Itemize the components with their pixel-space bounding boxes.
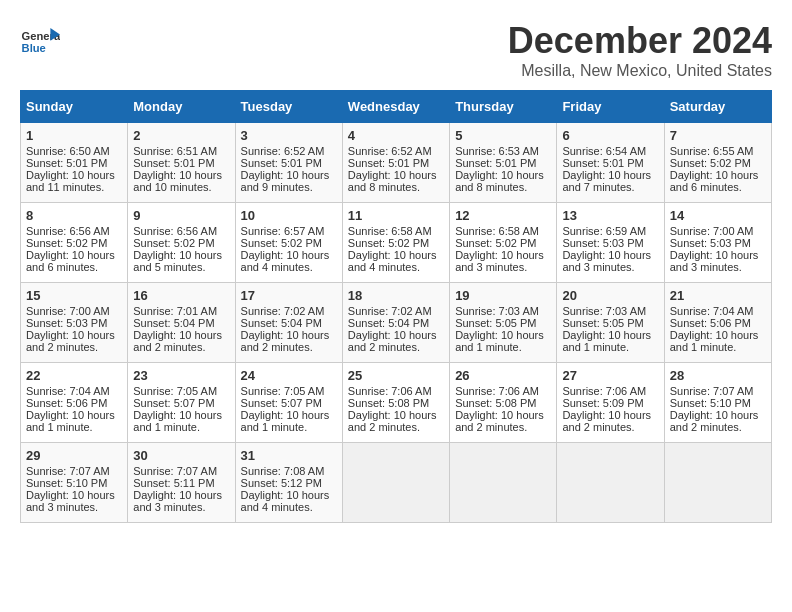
- sunrise-text: Sunrise: 7:05 AM: [241, 385, 337, 397]
- col-tuesday: Tuesday: [235, 91, 342, 123]
- sunrise-text: Sunrise: 7:00 AM: [26, 305, 122, 317]
- table-row: 15Sunrise: 7:00 AMSunset: 5:03 PMDayligh…: [21, 283, 128, 363]
- table-row: [664, 443, 771, 523]
- daylight-text: Daylight: 10 hours and 3 minutes.: [562, 249, 658, 273]
- daylight-text: Daylight: 10 hours and 11 minutes.: [26, 169, 122, 193]
- table-row: 27Sunrise: 7:06 AMSunset: 5:09 PMDayligh…: [557, 363, 664, 443]
- daylight-text: Daylight: 10 hours and 1 minute.: [562, 329, 658, 353]
- sunrise-text: Sunrise: 7:02 AM: [348, 305, 444, 317]
- day-number: 27: [562, 368, 658, 383]
- sunrise-text: Sunrise: 7:06 AM: [455, 385, 551, 397]
- sunrise-text: Sunrise: 7:08 AM: [241, 465, 337, 477]
- sunrise-text: Sunrise: 7:07 AM: [133, 465, 229, 477]
- day-number: 31: [241, 448, 337, 463]
- daylight-text: Daylight: 10 hours and 1 minute.: [241, 409, 337, 433]
- month-title: December 2024: [508, 20, 772, 62]
- daylight-text: Daylight: 10 hours and 10 minutes.: [133, 169, 229, 193]
- day-number: 6: [562, 128, 658, 143]
- daylight-text: Daylight: 10 hours and 4 minutes.: [241, 249, 337, 273]
- sunset-text: Sunset: 5:01 PM: [241, 157, 337, 169]
- col-wednesday: Wednesday: [342, 91, 449, 123]
- sunset-text: Sunset: 5:10 PM: [670, 397, 766, 409]
- daylight-text: Daylight: 10 hours and 2 minutes.: [241, 329, 337, 353]
- calendar-row: 22Sunrise: 7:04 AMSunset: 5:06 PMDayligh…: [21, 363, 772, 443]
- sunrise-text: Sunrise: 7:00 AM: [670, 225, 766, 237]
- daylight-text: Daylight: 10 hours and 2 minutes.: [455, 409, 551, 433]
- sunset-text: Sunset: 5:01 PM: [348, 157, 444, 169]
- table-row: 12Sunrise: 6:58 AMSunset: 5:02 PMDayligh…: [450, 203, 557, 283]
- daylight-text: Daylight: 10 hours and 6 minutes.: [26, 249, 122, 273]
- sunrise-text: Sunrise: 6:51 AM: [133, 145, 229, 157]
- calendar-row: 29Sunrise: 7:07 AMSunset: 5:10 PMDayligh…: [21, 443, 772, 523]
- col-monday: Monday: [128, 91, 235, 123]
- sunset-text: Sunset: 5:03 PM: [670, 237, 766, 249]
- table-row: 13Sunrise: 6:59 AMSunset: 5:03 PMDayligh…: [557, 203, 664, 283]
- day-number: 5: [455, 128, 551, 143]
- table-row: [450, 443, 557, 523]
- sunset-text: Sunset: 5:10 PM: [26, 477, 122, 489]
- table-row: [342, 443, 449, 523]
- calendar-row: 1Sunrise: 6:50 AMSunset: 5:01 PMDaylight…: [21, 123, 772, 203]
- sunset-text: Sunset: 5:02 PM: [241, 237, 337, 249]
- sunset-text: Sunset: 5:02 PM: [348, 237, 444, 249]
- sunrise-text: Sunrise: 6:58 AM: [455, 225, 551, 237]
- day-number: 21: [670, 288, 766, 303]
- day-number: 26: [455, 368, 551, 383]
- sunrise-text: Sunrise: 7:02 AM: [241, 305, 337, 317]
- day-number: 15: [26, 288, 122, 303]
- sunrise-text: Sunrise: 7:03 AM: [562, 305, 658, 317]
- daylight-text: Daylight: 10 hours and 4 minutes.: [241, 489, 337, 513]
- sunrise-text: Sunrise: 7:03 AM: [455, 305, 551, 317]
- calendar-row: 15Sunrise: 7:00 AMSunset: 5:03 PMDayligh…: [21, 283, 772, 363]
- sunrise-text: Sunrise: 6:57 AM: [241, 225, 337, 237]
- day-number: 19: [455, 288, 551, 303]
- table-row: 1Sunrise: 6:50 AMSunset: 5:01 PMDaylight…: [21, 123, 128, 203]
- sunset-text: Sunset: 5:06 PM: [26, 397, 122, 409]
- sunset-text: Sunset: 5:09 PM: [562, 397, 658, 409]
- day-number: 25: [348, 368, 444, 383]
- sunset-text: Sunset: 5:02 PM: [670, 157, 766, 169]
- sunset-text: Sunset: 5:08 PM: [348, 397, 444, 409]
- day-number: 4: [348, 128, 444, 143]
- day-number: 18: [348, 288, 444, 303]
- table-row: 5Sunrise: 6:53 AMSunset: 5:01 PMDaylight…: [450, 123, 557, 203]
- table-row: 31Sunrise: 7:08 AMSunset: 5:12 PMDayligh…: [235, 443, 342, 523]
- day-number: 29: [26, 448, 122, 463]
- day-number: 14: [670, 208, 766, 223]
- sunset-text: Sunset: 5:08 PM: [455, 397, 551, 409]
- day-number: 17: [241, 288, 337, 303]
- table-row: 24Sunrise: 7:05 AMSunset: 5:07 PMDayligh…: [235, 363, 342, 443]
- sunset-text: Sunset: 5:05 PM: [455, 317, 551, 329]
- daylight-text: Daylight: 10 hours and 3 minutes.: [26, 489, 122, 513]
- sunset-text: Sunset: 5:01 PM: [133, 157, 229, 169]
- sunset-text: Sunset: 5:04 PM: [348, 317, 444, 329]
- sunset-text: Sunset: 5:01 PM: [562, 157, 658, 169]
- location-subtitle: Mesilla, New Mexico, United States: [508, 62, 772, 80]
- sunset-text: Sunset: 5:02 PM: [455, 237, 551, 249]
- daylight-text: Daylight: 10 hours and 2 minutes.: [670, 409, 766, 433]
- table-row: 29Sunrise: 7:07 AMSunset: 5:10 PMDayligh…: [21, 443, 128, 523]
- col-friday: Friday: [557, 91, 664, 123]
- header-row: Sunday Monday Tuesday Wednesday Thursday…: [21, 91, 772, 123]
- table-row: 25Sunrise: 7:06 AMSunset: 5:08 PMDayligh…: [342, 363, 449, 443]
- sunset-text: Sunset: 5:11 PM: [133, 477, 229, 489]
- day-number: 22: [26, 368, 122, 383]
- daylight-text: Daylight: 10 hours and 3 minutes.: [133, 489, 229, 513]
- daylight-text: Daylight: 10 hours and 6 minutes.: [670, 169, 766, 193]
- table-row: 21Sunrise: 7:04 AMSunset: 5:06 PMDayligh…: [664, 283, 771, 363]
- table-row: 3Sunrise: 6:52 AMSunset: 5:01 PMDaylight…: [235, 123, 342, 203]
- calendar-row: 8Sunrise: 6:56 AMSunset: 5:02 PMDaylight…: [21, 203, 772, 283]
- table-row: 16Sunrise: 7:01 AMSunset: 5:04 PMDayligh…: [128, 283, 235, 363]
- daylight-text: Daylight: 10 hours and 3 minutes.: [670, 249, 766, 273]
- sunset-text: Sunset: 5:02 PM: [133, 237, 229, 249]
- sunset-text: Sunset: 5:02 PM: [26, 237, 122, 249]
- sunrise-text: Sunrise: 6:59 AM: [562, 225, 658, 237]
- daylight-text: Daylight: 10 hours and 1 minute.: [670, 329, 766, 353]
- sunrise-text: Sunrise: 6:52 AM: [348, 145, 444, 157]
- calendar-table: Sunday Monday Tuesday Wednesday Thursday…: [20, 90, 772, 523]
- sunset-text: Sunset: 5:01 PM: [455, 157, 551, 169]
- header: General Blue December 2024 Mesilla, New …: [20, 20, 772, 80]
- day-number: 11: [348, 208, 444, 223]
- sunrise-text: Sunrise: 7:06 AM: [348, 385, 444, 397]
- daylight-text: Daylight: 10 hours and 9 minutes.: [241, 169, 337, 193]
